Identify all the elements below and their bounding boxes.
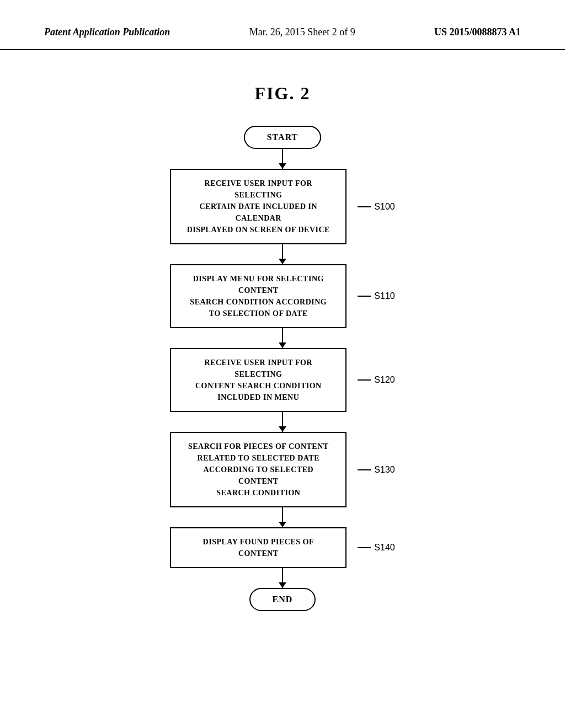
page-header: Patent Application Publication Mar. 26, …: [0, 0, 565, 50]
arrow-0: [282, 149, 283, 169]
step-s130-box: SEARCH FOR PIECES OF CONTENT RELATED TO …: [170, 432, 347, 507]
step-s140-box: DISPLAY FOUND PIECES OF CONTENT: [170, 527, 347, 568]
arrow-2: [282, 328, 283, 348]
step-s120-label: S120: [358, 375, 395, 385]
arrow-5: [282, 568, 283, 588]
header-publication-type: Patent Application Publication: [44, 26, 170, 38]
step-s130-text: SEARCH FOR PIECES OF CONTENT RELATED TO …: [188, 442, 329, 497]
step-s120-box: RECEIVE USER INPUT FOR SELECTING CONTENT…: [170, 348, 347, 412]
step-s100-wrapper: RECEIVE USER INPUT FOR SELECTING CERTAIN…: [170, 169, 395, 244]
arrow-3: [282, 412, 283, 432]
step-s120-text: RECEIVE USER INPUT FOR SELECTING CONTENT…: [195, 358, 322, 402]
step-s110-wrapper: DISPLAY MENU FOR SELECTING CONTENT SEARC…: [170, 264, 395, 328]
header-date-sheet: Mar. 26, 2015 Sheet 2 of 9: [249, 26, 355, 38]
figure-title: FIG. 2: [0, 83, 565, 104]
header-patent-number: US 2015/0088873 A1: [434, 26, 521, 38]
step-s100-box: RECEIVE USER INPUT FOR SELECTING CERTAIN…: [170, 169, 347, 244]
step-s110-label: S110: [358, 291, 395, 301]
step-s110-box: DISPLAY MENU FOR SELECTING CONTENT SEARC…: [170, 264, 347, 328]
flowchart: START RECEIVE USER INPUT FOR SELECTING C…: [0, 126, 565, 611]
step-s110-text: DISPLAY MENU FOR SELECTING CONTENT SEARC…: [190, 275, 327, 318]
step-s140-wrapper: DISPLAY FOUND PIECES OF CONTENT S140: [170, 527, 395, 568]
step-s140-text: DISPLAY FOUND PIECES OF CONTENT: [203, 538, 314, 558]
step-s120-wrapper: RECEIVE USER INPUT FOR SELECTING CONTENT…: [170, 348, 395, 412]
step-s100-label: S100: [358, 202, 395, 212]
start-oval: START: [244, 126, 322, 149]
step-s130-wrapper: SEARCH FOR PIECES OF CONTENT RELATED TO …: [170, 432, 395, 507]
step-s130-label: S130: [358, 465, 395, 475]
end-oval: END: [249, 588, 316, 611]
arrow-1: [282, 244, 283, 264]
step-s100-text: RECEIVE USER INPUT FOR SELECTING CERTAIN…: [187, 179, 330, 234]
arrow-4: [282, 507, 283, 527]
step-s140-label: S140: [358, 543, 395, 553]
